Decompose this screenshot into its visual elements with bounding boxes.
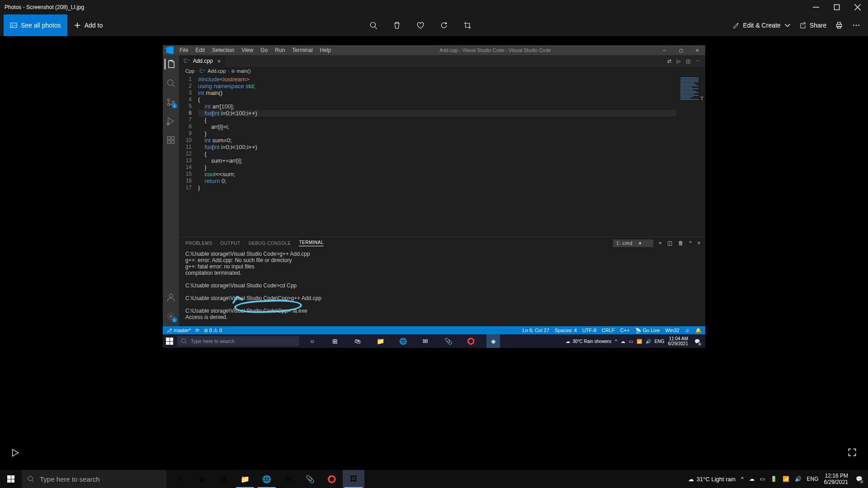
vscode-icon[interactable]: ◈ <box>486 334 500 348</box>
meet-icon[interactable]: ▭ <box>760 476 765 482</box>
menu-help[interactable]: Help <box>317 46 335 54</box>
terminal-select[interactable]: 1: cmd ▾ <box>613 239 653 247</box>
print-icon[interactable] <box>835 21 844 30</box>
tray-chevron-icon[interactable]: ^ <box>615 339 617 344</box>
source-control-icon[interactable]: 1 <box>165 97 176 108</box>
notifications-icon[interactable]: 🔔 <box>695 328 702 333</box>
branch-indicator[interactable]: ⎇ master* <box>166 328 191 333</box>
store-icon[interactable]: 🛍 <box>212 470 234 488</box>
delete-icon[interactable] <box>392 21 401 30</box>
encoding-indicator[interactable]: UTF-8 <box>582 328 596 333</box>
explorer-app-icon[interactable]: 📁 <box>234 470 256 488</box>
store-icon[interactable]: 🛍 <box>351 334 364 348</box>
run-debug-icon[interactable] <box>165 116 176 127</box>
meet-icon[interactable]: ▭ <box>629 339 633 344</box>
golive-button[interactable]: 📡 Go Live <box>635 328 660 333</box>
vscode-menu[interactable]: FileEditSelectionViewGoRunTerminalHelp <box>176 46 334 54</box>
inner-weather[interactable]: ☁ 30°C Rain showers <box>566 339 611 344</box>
panel-tab-terminal[interactable]: TERMINAL <box>299 240 324 246</box>
more-actions-icon[interactable]: ⋯ <box>696 58 701 64</box>
rotate-icon[interactable] <box>439 21 448 30</box>
taskview-icon[interactable]: ⊞ <box>328 334 342 348</box>
office-icon[interactable]: 📎 <box>441 334 455 348</box>
vs-minimize-button[interactable]: ─ <box>656 45 673 55</box>
explorer-icon[interactable] <box>165 59 176 70</box>
minimap[interactable]: T <box>678 75 705 237</box>
edit-create-button[interactable]: Edit & Create <box>732 22 790 29</box>
inner-start-button[interactable] <box>163 338 176 345</box>
cursor-position[interactable]: Ln 6, Col 27 <box>523 328 549 333</box>
mail-app-icon[interactable]: ✉ <box>278 470 299 488</box>
action-center-icon[interactable]: 💬6 <box>692 336 703 347</box>
new-terminal-icon[interactable]: + <box>659 240 662 246</box>
favorite-icon[interactable] <box>416 21 425 30</box>
spaces-indicator[interactable]: Spaces: 4 <box>555 328 577 333</box>
tab-close-icon[interactable]: × <box>217 58 221 65</box>
see-all-photos-button[interactable]: See all photos <box>4 14 67 36</box>
explorer-icon[interactable]: 📁 <box>373 334 387 348</box>
language-indicator[interactable]: C++ <box>620 328 630 333</box>
maximize-button[interactable] <box>826 0 847 14</box>
maximize-panel-icon[interactable]: ^ <box>689 240 692 246</box>
sync-icon[interactable]: ⟳ <box>195 328 199 333</box>
eol-indicator[interactable]: CRLF <box>602 328 615 333</box>
menu-go[interactable]: Go <box>257 46 271 54</box>
menu-run[interactable]: Run <box>272 46 288 54</box>
start-button[interactable] <box>0 470 22 488</box>
menu-selection[interactable]: Selection <box>209 46 237 54</box>
volume-icon[interactable]: 🔊 <box>795 476 802 482</box>
cortana-icon[interactable]: ○ <box>306 334 319 348</box>
edge-icon[interactable]: 🌐 <box>396 334 410 348</box>
opera-app-icon[interactable]: ⭕ <box>321 470 343 488</box>
tab-add-cpp[interactable]: C⁺ Add.cpp × <box>179 55 225 67</box>
crop-icon[interactable] <box>463 21 472 30</box>
vs-maximize-button[interactable]: ▢ <box>673 45 689 55</box>
cortana-icon[interactable]: ○ <box>169 470 191 488</box>
panel-tab-debug-console[interactable]: DEBUG CONSOLE <box>249 241 291 246</box>
extensions-icon[interactable] <box>165 135 176 145</box>
clock[interactable]: 12:16 PM 6/29/2021 <box>824 473 848 485</box>
mail-icon[interactable]: ✉ <box>419 334 432 348</box>
battery-icon[interactable]: 🔋 <box>770 476 777 482</box>
lang-indicator[interactable]: ENG <box>807 476 819 482</box>
inner-clock[interactable]: 11:04 AM 6/29/2021 <box>668 336 689 346</box>
menu-file[interactable]: File <box>176 46 191 54</box>
more-icon[interactable] <box>852 21 861 30</box>
zoom-icon[interactable] <box>369 21 378 30</box>
inner-lang[interactable]: ENG <box>655 339 665 344</box>
feedback-icon[interactable]: ☺ <box>685 328 690 333</box>
tray-chevron-icon[interactable]: ^ <box>741 476 744 482</box>
panel-tab-problems[interactable]: PROBLEMS <box>185 241 212 246</box>
wifi-icon[interactable]: 📶 <box>637 339 642 344</box>
code-editor[interactable]: 1234567891011121314151617 #include<iostr… <box>179 75 705 237</box>
menu-view[interactable]: View <box>238 46 256 54</box>
photos-app-icon[interactable]: 🖼 <box>343 470 364 488</box>
panel-tab-output[interactable]: OUTPUT <box>221 241 241 246</box>
kill-terminal-icon[interactable]: 🗑 <box>678 240 684 246</box>
close-button[interactable] <box>847 0 868 14</box>
split-icon[interactable]: ◫ <box>686 58 690 64</box>
menu-edit[interactable]: Edit <box>192 46 208 54</box>
share-button[interactable]: Share <box>799 22 826 29</box>
fullscreen-icon[interactable] <box>848 448 857 459</box>
action-center-icon[interactable]: 💬7 <box>854 474 864 484</box>
close-panel-icon[interactable]: × <box>697 240 701 246</box>
compare-icon[interactable]: ⇄ <box>667 58 671 64</box>
menu-terminal[interactable]: Terminal <box>289 46 316 54</box>
run-icon[interactable]: ▷ <box>677 58 680 64</box>
breadcrumb[interactable]: Cpp› C⁺ Add.cpp› ⊕ main() <box>179 67 705 75</box>
account-icon[interactable] <box>165 292 176 303</box>
edge-app-icon[interactable]: 🌐 <box>256 470 278 488</box>
search-input[interactable]: Type here to search <box>22 470 166 488</box>
onedrive-icon[interactable]: ☁ <box>621 339 625 344</box>
taskview-icon[interactable]: ⊞ <box>191 470 212 488</box>
weather-widget[interactable]: ☁ 31°C Light rain <box>688 476 736 483</box>
inner-search-input[interactable]: Type here to search <box>177 336 299 346</box>
onedrive-icon[interactable]: ☁ <box>749 476 755 482</box>
office-app-icon[interactable]: 📎 <box>299 470 321 488</box>
vs-close-button[interactable]: ✕ <box>689 45 705 55</box>
add-to-button[interactable]: Add to <box>67 22 109 29</box>
volume-icon[interactable]: 🔊 <box>646 339 651 344</box>
settings-icon[interactable]: 1 <box>165 311 176 322</box>
terminal-output[interactable]: C:\Usable storage\Visual Studio Code>g++… <box>179 249 705 326</box>
